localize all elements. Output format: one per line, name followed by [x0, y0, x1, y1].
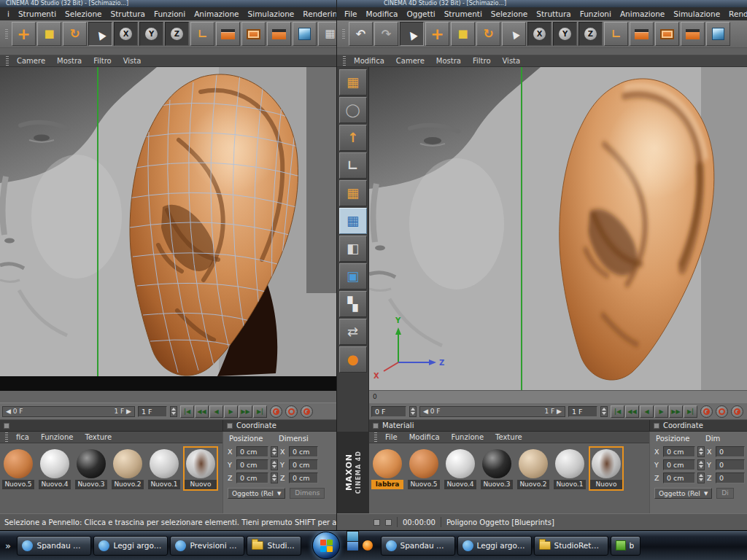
layout-grid-icon[interactable]: ▦ [318, 22, 336, 46]
menu-item[interactable]: Oggetti [402, 9, 439, 18]
scale-tool-icon[interactable]: ■ [451, 22, 475, 46]
taskbar-button-studio[interactable]: Studi... [247, 536, 301, 556]
timeline-ruler[interactable]: 0 [369, 390, 747, 402]
panel-grip[interactable] [374, 432, 377, 442]
coordinates-panel-header[interactable]: Coordinate [649, 420, 747, 432]
timeline-slider[interactable]: ◀ 0 F 1 F ▶ [419, 406, 565, 417]
coordinate-system-icon[interactable]: ∟ [604, 22, 628, 46]
record-position-button[interactable] [716, 405, 728, 418]
move-tool-icon[interactable]: + [425, 22, 449, 46]
goto-end-button[interactable]: ▶| [684, 405, 697, 418]
menu-item[interactable]: Funzioni [150, 9, 190, 18]
frame-field[interactable]: 1 F [568, 406, 597, 417]
menu-item[interactable]: i [3, 9, 14, 18]
viewport-menu-item[interactable]: Filtro [88, 57, 117, 65]
frame-stepper[interactable] [600, 406, 608, 417]
prev-key-button[interactable]: ◀◀ [195, 405, 209, 418]
play-button[interactable]: ▶ [654, 405, 668, 418]
panel-grip[interactable] [342, 29, 345, 39]
play-backward-button[interactable]: ◀ [209, 405, 223, 418]
coordinate-mode-dropdown[interactable]: Oggetto (Rel ▼ [228, 488, 285, 499]
taskbar-button-spandau-2[interactable]: Spandau Ball... [381, 536, 455, 556]
material-tile-labbra[interactable]: labbra [370, 446, 405, 491]
menu-item[interactable]: Rendering [298, 9, 336, 18]
coordinate-field[interactable]: 0 cm [236, 446, 268, 457]
redo-icon[interactable]: ↷ [374, 22, 398, 46]
taskbar-button-previsioni[interactable]: Previsioni M... [170, 536, 244, 556]
materials-menu-item[interactable]: Funzione [35, 433, 80, 441]
lock-z-axis-icon[interactable]: Z [165, 22, 189, 46]
material-tile-nuovo1[interactable]: Nuovo.1 [552, 446, 587, 491]
material-tile-nuovo4[interactable]: Nuovo.4 [443, 446, 478, 491]
material-tile-nuovo5[interactable]: Nuovo.5 [1, 446, 36, 491]
menu-item[interactable]: Rendering [724, 9, 747, 18]
lock-x-axis-icon[interactable]: X [114, 22, 138, 46]
scale-tool-icon[interactable]: ■ [37, 22, 61, 46]
coordinate-stepper[interactable] [697, 459, 705, 470]
materials-menu-item[interactable]: File [379, 433, 403, 441]
next-key-button[interactable]: ▶▶ [239, 405, 252, 418]
goto-start-button[interactable]: |◀ [611, 405, 624, 418]
checker-icon[interactable]: ▚ [339, 291, 367, 317]
material-tile-nuovo[interactable]: Nuovo [183, 446, 218, 491]
viewport-right[interactable]: Y Z X [369, 67, 747, 390]
coordinate-field[interactable]: 0 cm [289, 459, 318, 470]
lock-z-axis-icon[interactable]: Z [578, 22, 603, 46]
viewport-menu-item[interactable]: Vista [117, 57, 147, 65]
render-region-icon[interactable] [241, 22, 266, 46]
split-view-icon[interactable]: ◧ [339, 236, 367, 262]
render-region-icon[interactable] [655, 22, 679, 46]
up-axis-icon[interactable]: ↑ [339, 125, 367, 151]
frame-stepper[interactable] [409, 406, 417, 417]
quick-launch-chevron[interactable]: » [0, 540, 16, 551]
record-parameter-button[interactable] [301, 405, 313, 418]
coordinate-field[interactable]: 0 [716, 472, 745, 483]
record-position-button[interactable] [285, 405, 298, 418]
viewport-menu-item[interactable]: Camere [390, 57, 430, 65]
goto-end-button[interactable]: ▶| [253, 405, 267, 418]
menu-item[interactable]: File [340, 9, 362, 18]
four-views-icon[interactable]: ▦ [339, 208, 367, 234]
undo-icon[interactable]: ↶ [349, 22, 373, 46]
coordinate-field[interactable]: 0 cm [289, 446, 318, 457]
next-key-button[interactable]: ▶▶ [669, 405, 683, 418]
coordinate-field[interactable]: 0 cm [663, 459, 695, 470]
viewport-menu-item[interactable]: Vista [497, 57, 527, 65]
menu-item[interactable]: Modifica [362, 9, 403, 18]
viewport-left[interactable] [0, 67, 336, 376]
menu-item[interactable]: Simulazione [244, 9, 299, 18]
rotate-tool-icon[interactable]: ↻ [476, 22, 500, 46]
menu-item[interactable]: Struttura [107, 9, 150, 18]
frame-field[interactable]: 1 F [138, 406, 167, 417]
coordinate-field[interactable]: 0 cm [236, 472, 268, 483]
menu-item[interactable]: Animazione [616, 9, 669, 18]
material-tile-nuovo5[interactable]: Nuovo.5 [406, 446, 441, 491]
coordinate-field[interactable]: 0 cm [663, 446, 695, 457]
layout-single-view-icon[interactable]: ▦ [339, 69, 367, 96]
selection-tool-icon[interactable]: ▲ [400, 22, 424, 46]
coordinate-field[interactable]: 0 [716, 446, 745, 457]
materials-menu-item[interactable]: Modifica [403, 433, 446, 441]
editor-cube-icon[interactable] [706, 22, 730, 46]
coordinate-stepper[interactable] [271, 472, 278, 483]
viewport-canvas[interactable] [0, 67, 336, 376]
lock-y-axis-icon[interactable]: Y [139, 22, 163, 46]
render-settings-icon[interactable] [681, 22, 705, 46]
world-icon[interactable]: ◯ [339, 97, 367, 123]
coordinate-stepper[interactable] [271, 459, 278, 470]
material-tile-nuovo3[interactable]: Nuovo.3 [74, 446, 109, 491]
materials-menu-item[interactable]: fica [10, 433, 35, 441]
swap-views-icon[interactable]: ⇄ [339, 319, 367, 345]
viewport-menu-item[interactable]: Filtro [467, 57, 497, 65]
coordinate-field[interactable]: 0 cm [236, 459, 268, 470]
render-view-icon[interactable] [630, 22, 654, 46]
coordinate-stepper[interactable] [271, 446, 278, 457]
viewport-menu-item[interactable]: Camere [11, 57, 51, 65]
sphere-tool-icon[interactable]: ● [339, 346, 367, 373]
lock-x-axis-icon[interactable]: X [527, 22, 551, 46]
panel-grip[interactable] [5, 29, 8, 39]
menu-item[interactable]: Selezione [61, 9, 106, 18]
panel-grip[interactable] [6, 56, 9, 66]
taskbar-button-leggi-1[interactable]: Leggi argom... [93, 536, 168, 556]
goto-start-button[interactable]: |◀ [180, 405, 194, 418]
